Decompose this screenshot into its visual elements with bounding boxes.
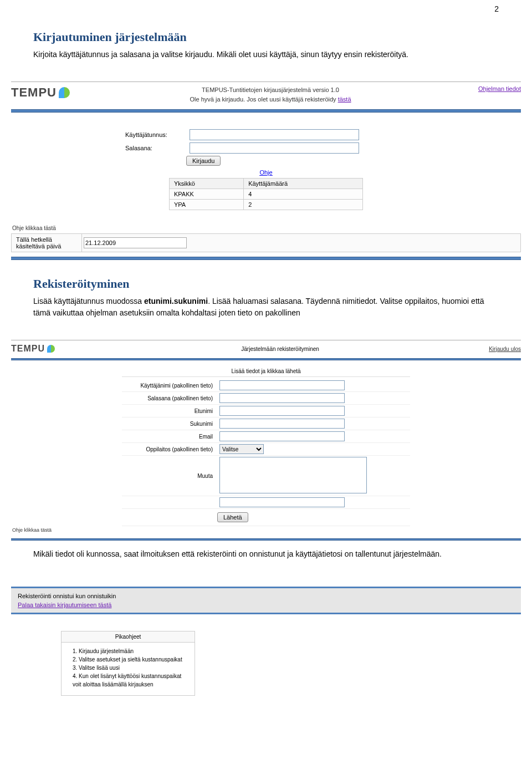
table-row: KPAKK4 bbox=[170, 189, 363, 200]
stats-header-count: Käyttäjämäärä bbox=[244, 179, 363, 189]
quick-guide-title: Pikaohjeet bbox=[62, 631, 195, 643]
page-number: 2 bbox=[0, 0, 532, 13]
heading-kirjautuminen: Kirjautuminen järjestelmään bbox=[33, 30, 499, 44]
reg-other-textarea[interactable] bbox=[219, 457, 367, 493]
heading-rekisteroityminen: Rekisteröityminen bbox=[33, 277, 499, 291]
quick-guide-item: 3. Valitse lisää uusi bbox=[73, 664, 189, 672]
paragraph-success: Mikäli tiedot oli kunnossa, saat ilmoitu… bbox=[33, 548, 499, 560]
password-label: Salasana: bbox=[122, 144, 190, 152]
quick-guide-box: Pikaohjeet 1. Kirjaudu järjestelmään 2. … bbox=[61, 631, 195, 696]
tempus-logo: TEMPU bbox=[11, 344, 55, 354]
back-to-login-link[interactable]: Palaa takaisin kirjautumiseen tästä bbox=[18, 602, 514, 608]
reg-lastname-label: Sukunimi bbox=[122, 419, 217, 429]
help-click-label[interactable]: Ohje klikkaa tästä bbox=[6, 526, 526, 538]
logout-link[interactable]: Kirjaudu ulos bbox=[489, 346, 521, 352]
reg-password-input[interactable] bbox=[219, 393, 345, 403]
table-row: YPA2 bbox=[170, 200, 363, 210]
reg-lastname-input[interactable] bbox=[219, 419, 345, 429]
reg-username-label: Käyttäjänimi (pakollinen tieto) bbox=[122, 381, 217, 390]
paragraph-rekisteroityminen: Lisää käyttäjätunnus muodossa etunimi.su… bbox=[33, 296, 499, 319]
reg-password-label: Salasana (pakollinen tieto) bbox=[122, 394, 217, 403]
current-date-input[interactable] bbox=[84, 237, 187, 248]
reg-firstname-label: Etunimi bbox=[122, 406, 217, 416]
reg-email-label: Email bbox=[122, 432, 217, 441]
reg-extra-input[interactable] bbox=[219, 497, 345, 507]
submit-button[interactable]: Lähetä bbox=[217, 512, 248, 522]
system-title: TEMPUS-Tuntitietojen kirjausjärjestelmä … bbox=[86, 85, 454, 95]
usage-stats-table: Yksikkö Käyttäjämäärä KPAKK4 YPA2 bbox=[169, 178, 363, 210]
register-here-link[interactable]: tästä bbox=[338, 96, 351, 103]
quick-guide-item: 2. Valitse asetukset ja sieltä kustannus… bbox=[73, 655, 189, 664]
reg-username-input[interactable] bbox=[219, 380, 345, 390]
reg-email-input[interactable] bbox=[219, 431, 345, 441]
reg-firstname-input[interactable] bbox=[219, 406, 345, 416]
quick-guide-item: 4. Kun olet lisänyt käyttöösi kustannusp… bbox=[73, 672, 189, 689]
quick-guide-item: 1. Kirjaudu järjestelmään bbox=[73, 647, 189, 655]
reg-school-select[interactable]: Valitse bbox=[219, 444, 264, 454]
program-info-link[interactable]: Ohjelman tiedot bbox=[478, 85, 521, 92]
success-screenshot: Rekisteröinti onnistui kun onnistuikin P… bbox=[6, 587, 526, 696]
stats-header-unit: Yksikkö bbox=[170, 179, 244, 189]
logo-swirl-icon bbox=[47, 345, 55, 353]
help-link[interactable]: Ohje bbox=[259, 169, 272, 176]
reg-school-label: Oppilaitos (pakollinen tieto) bbox=[122, 445, 217, 454]
paragraph-kirjautuminen: Kirjoita käyttäjätunnus ja salasana ja v… bbox=[33, 49, 499, 60]
help-click-label[interactable]: Ohje klikkaa tästä bbox=[6, 224, 526, 232]
username-label: Käyttäjätunnus: bbox=[122, 130, 190, 139]
current-date-label: Tällä hetkellä käsiteltävä päivä bbox=[12, 234, 82, 252]
reg-other-label: Muuta bbox=[122, 471, 217, 481]
logo-swirl-icon bbox=[59, 87, 70, 98]
registration-title: Järjestelmään rekisteröityminen bbox=[71, 346, 489, 352]
login-screenshot: TEMPU TEMPUS-Tuntitietojen kirjausjärjes… bbox=[6, 81, 526, 260]
tempus-logo: TEMPU bbox=[11, 85, 70, 100]
username-input[interactable] bbox=[190, 129, 359, 140]
password-input[interactable] bbox=[190, 142, 359, 154]
login-button[interactable]: Kirjaudu bbox=[186, 156, 221, 166]
success-message: Rekisteröinti onnistui kun onnistuikin bbox=[18, 593, 514, 599]
registration-hint: Lisää tiedot ja klikkaa lähetä bbox=[122, 366, 410, 377]
registration-screenshot: TEMPU Järjestelmään rekisteröityminen Ki… bbox=[6, 340, 526, 541]
login-prompt-text: Ole hyvä ja kirjaudu. Jos olet uusi käyt… bbox=[190, 96, 337, 103]
